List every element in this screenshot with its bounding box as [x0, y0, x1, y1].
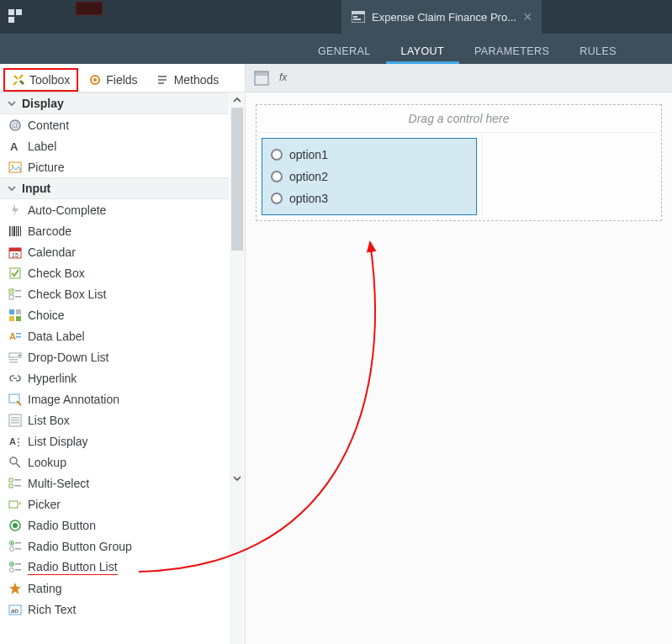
panel-tab-methods[interactable]: Methods: [148, 68, 228, 92]
drop-zone[interactable]: Drag a control here option1 option2 opti…: [256, 104, 662, 221]
scroll-up-icon[interactable]: [230, 92, 245, 108]
image-annotation-icon: [8, 393, 22, 406]
layout-cell-right[interactable]: [483, 133, 661, 220]
svg-rect-5: [353, 16, 357, 18]
item-calendar[interactable]: 15Calendar: [0, 241, 229, 262]
layout-icon[interactable]: [254, 71, 269, 86]
item-hyperlink[interactable]: Hyperlink: [0, 367, 229, 388]
canvas-area: fx Drag a control here option1 option2 o…: [246, 64, 672, 644]
radio-option-3[interactable]: option3: [271, 187, 468, 209]
item-check-box-label: Check Box: [28, 267, 85, 280]
item-content[interactable]: @ Content: [0, 114, 229, 135]
svg-rect-55: [9, 501, 18, 508]
item-label[interactable]: A Label: [0, 135, 229, 156]
panel-tab-fields[interactable]: Fields: [80, 68, 146, 92]
item-check-box[interactable]: Check Box: [0, 262, 229, 283]
radio-group-icon: [8, 540, 22, 553]
item-picker-label: Picker: [28, 498, 61, 511]
tab-general[interactable]: GENERAL: [303, 45, 386, 64]
file-tab[interactable]: Expense Claim Finance Pro... ×: [341, 0, 542, 34]
item-radio-button-list[interactable]: Radio Button List: [0, 557, 229, 578]
svg-rect-6: [353, 18, 361, 20]
radio-option-3-label: option3: [289, 192, 328, 205]
form-icon: [352, 11, 365, 23]
item-radio-button-group[interactable]: Radio Button Group: [0, 536, 229, 557]
methods-icon: [156, 73, 170, 87]
panel-tab-toolbox-label: Toolbox: [29, 73, 70, 87]
item-image-annotation-label: Image Annotation: [28, 393, 119, 406]
item-image-annotation[interactable]: Image Annotation: [0, 388, 229, 409]
svg-rect-24: [9, 248, 21, 251]
item-drop-down-list-label: Drop-Down List: [28, 351, 108, 364]
tools-icon: [12, 73, 25, 87]
close-icon[interactable]: ×: [523, 9, 532, 24]
radio-option-2[interactable]: option2: [271, 166, 468, 187]
scrollbar[interactable]: [230, 92, 245, 644]
item-rating-label: Rating: [28, 582, 61, 595]
svg-rect-21: [18, 226, 19, 236]
item-barcode[interactable]: Barcode: [0, 220, 229, 241]
item-list-display[interactable]: AList Display: [0, 430, 229, 451]
radio-option-1[interactable]: option1: [271, 144, 468, 166]
tab-parameters[interactable]: PARAMETERS: [459, 45, 564, 64]
group-input[interactable]: Input: [0, 177, 229, 199]
design-canvas[interactable]: Drag a control here option1 option2 opti…: [246, 92, 672, 644]
tab-layout[interactable]: LAYOUT: [386, 45, 460, 64]
drop-zone-label: Drag a control here: [257, 105, 661, 133]
svg-rect-37: [16, 336, 21, 338]
group-display[interactable]: Display: [0, 92, 229, 114]
scroll-thumb[interactable]: [231, 108, 243, 251]
list-display-icon: A: [8, 435, 22, 448]
multi-select-icon: [8, 477, 22, 490]
item-rating[interactable]: Rating: [0, 578, 229, 599]
data-label-icon: A: [8, 330, 22, 343]
svg-rect-45: [11, 422, 19, 424]
barcode-icon: [8, 224, 22, 238]
item-list-display-label: List Display: [28, 435, 88, 448]
item-lookup[interactable]: Lookup: [0, 451, 229, 472]
checkbox-icon: [8, 267, 22, 280]
dropdown-icon: [8, 351, 22, 364]
item-rich-text[interactable]: abRich Text: [0, 599, 229, 620]
group-display-label: Display: [22, 97, 64, 110]
item-auto-complete[interactable]: Auto-Complete: [0, 199, 229, 220]
item-multi-select-label: Multi-Select: [28, 477, 89, 490]
svg-rect-28: [15, 290, 21, 292]
radio-icon: [271, 171, 283, 182]
item-barcode-label: Barcode: [28, 224, 71, 238]
layout-cell-left[interactable]: option1 option2 option3: [257, 133, 483, 220]
svg-rect-44: [11, 420, 19, 421]
radio-icon: [271, 193, 283, 204]
svg-rect-11: [158, 82, 164, 84]
item-radio-button[interactable]: Radio Button: [0, 515, 229, 536]
panel-tab-toolbox[interactable]: Toolbox: [3, 68, 78, 92]
radio-icon: [8, 519, 22, 532]
svg-point-64: [11, 563, 13, 565]
item-picture[interactable]: Picture: [0, 156, 229, 177]
svg-point-8: [93, 78, 97, 82]
svg-point-50: [10, 457, 17, 464]
picker-icon: [8, 498, 22, 511]
fx-icon[interactable]: fx: [279, 71, 294, 86]
item-picker[interactable]: Picker: [0, 494, 229, 515]
item-data-label[interactable]: AData Label: [0, 325, 229, 346]
svg-rect-1: [16, 9, 22, 15]
radio-list-icon: [8, 561, 22, 574]
item-multi-select[interactable]: Multi-Select: [0, 472, 229, 494]
view-tabs: GENERAL LAYOUT PARAMETERS RULES: [0, 34, 672, 64]
svg-rect-32: [16, 309, 21, 314]
item-choice[interactable]: Choice: [0, 304, 229, 325]
svg-rect-17: [9, 226, 11, 236]
item-list-box[interactable]: List Box: [0, 409, 229, 430]
item-check-box-list[interactable]: Check Box List: [0, 283, 229, 304]
scroll-down-icon[interactable]: [230, 471, 245, 486]
app-menu-icon[interactable]: [8, 9, 24, 24]
item-choice-label: Choice: [28, 309, 65, 322]
item-list-box-label: List Box: [28, 414, 70, 427]
svg-point-57: [13, 523, 18, 528]
item-drop-down-list[interactable]: Drop-Down List: [0, 346, 229, 367]
svg-rect-62: [15, 548, 21, 550]
svg-rect-9: [158, 76, 167, 77]
tab-rules[interactable]: RULES: [564, 45, 632, 64]
radio-button-list-control[interactable]: option1 option2 option3: [262, 138, 477, 215]
